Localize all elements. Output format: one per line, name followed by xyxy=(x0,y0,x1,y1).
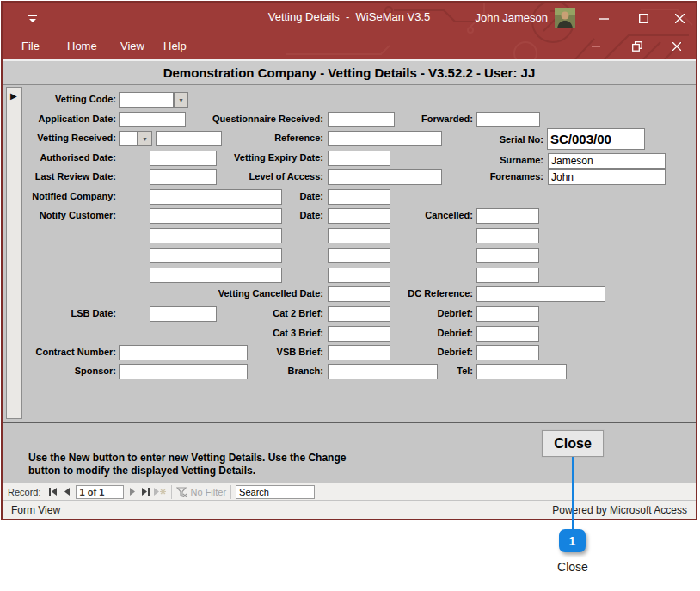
record-position-box[interactable]: 1 of 1 xyxy=(76,485,124,499)
sponsor-label: Sponsor: xyxy=(15,366,116,376)
no-filter-button[interactable]: No Filter xyxy=(176,487,227,497)
separator xyxy=(171,485,172,499)
lsb-date-label: LSB Date: xyxy=(15,308,116,318)
reference-input[interactable] xyxy=(328,131,442,146)
previous-record-button[interactable] xyxy=(60,485,74,499)
vetting-code-dropdown-button[interactable]: ▾ xyxy=(174,92,188,108)
serial-no-input[interactable] xyxy=(547,128,645,150)
surname-input[interactable] xyxy=(548,153,666,169)
first-record-button[interactable] xyxy=(46,485,60,499)
minimize-icon xyxy=(599,14,609,23)
cancelled-label: Cancelled: xyxy=(372,210,473,220)
cat3-brief-label: Cat 3 Brief: xyxy=(196,328,323,338)
contract-number-label: Contract Number: xyxy=(15,347,116,357)
forwarded-label: Forwarded: xyxy=(372,114,473,124)
vetting-received-dropdown-button[interactable]: ▾ xyxy=(138,131,152,146)
instructions-line-2: button to modify the displayed Vetting D… xyxy=(28,465,346,477)
vetting-expiry-date-input[interactable] xyxy=(328,151,390,166)
menu-home[interactable]: Home xyxy=(67,40,97,52)
debrief-input-2[interactable] xyxy=(476,326,539,342)
vetting-received-label: Vetting Received: xyxy=(15,132,116,143)
cancelled-input-2[interactable] xyxy=(476,228,539,243)
status-bar: Form View Powered by Microsoft Access xyxy=(3,500,696,519)
last-record-button[interactable] xyxy=(139,485,153,499)
cat2-brief-label: Cat 2 Brief: xyxy=(196,308,323,318)
window-title: Vetting Details - WiSeMan V3.5 xyxy=(268,10,431,23)
debrief-label-1: Debrief: xyxy=(372,308,473,318)
record-label: Record: xyxy=(8,487,41,497)
user-name-text: John Jameson xyxy=(475,11,548,24)
serial-no-label: Serial No: xyxy=(428,134,543,145)
next-record-button[interactable] xyxy=(126,485,139,499)
title-bar: Vetting Details - WiSeMan V3.5 John Jame… xyxy=(3,3,696,34)
notify-customer-label: Notify Customer: xyxy=(15,210,116,220)
vetting-received-select[interactable] xyxy=(119,131,138,146)
tel-label: Tel: xyxy=(372,366,473,376)
maximize-icon xyxy=(639,14,648,23)
menu-file[interactable]: File xyxy=(21,40,40,52)
menu-view[interactable]: View xyxy=(120,40,144,52)
cancelled-input-3[interactable] xyxy=(476,248,539,263)
level-of-access-label: Level of Access: xyxy=(196,171,323,182)
filter-icon xyxy=(176,487,187,497)
user-avatar[interactable] xyxy=(555,8,575,28)
close-window-button[interactable] xyxy=(670,9,689,27)
new-record-icon xyxy=(153,488,166,496)
debrief-label-2: Debrief: xyxy=(372,328,473,338)
maximize-button[interactable] xyxy=(634,9,653,27)
form-title: Demonstration Company - Vetting Details … xyxy=(163,65,536,80)
notify-customer-input-4[interactable] xyxy=(150,268,282,283)
vsb-brief-label: VSB Brief: xyxy=(196,347,323,357)
quick-access-toolbar-icon[interactable] xyxy=(28,12,38,22)
form-header: Demonstration Company - Vetting Details … xyxy=(3,59,696,85)
debrief-input-1[interactable] xyxy=(476,306,539,322)
cancelled-input-4[interactable] xyxy=(476,268,539,283)
notify-customer-input-2[interactable] xyxy=(150,228,282,243)
cancelled-input-1[interactable] xyxy=(476,208,539,224)
notify-date-input-2[interactable] xyxy=(328,228,390,243)
next-record-icon xyxy=(129,488,136,496)
notify-date-input-3[interactable] xyxy=(328,248,390,263)
dc-reference-label: DC Reference: xyxy=(372,288,473,299)
callout-number-badge: 1 xyxy=(559,529,586,552)
application-date-input[interactable] xyxy=(119,112,186,127)
minimize-child-button[interactable] xyxy=(587,39,605,54)
screenshot-page: Vetting Details - WiSeMan V3.5 John Jame… xyxy=(0,0,700,591)
forenames-input[interactable] xyxy=(548,169,666,185)
debrief-label-3: Debrief: xyxy=(372,347,473,357)
debrief-input-3[interactable] xyxy=(476,345,539,360)
record-navigation-bar: Record: 1 of 1 xyxy=(3,483,696,500)
avatar-photo xyxy=(555,8,575,28)
notify-date-label: Date: xyxy=(196,210,323,220)
vetting-cancelled-date-label: Vetting Cancelled Date: xyxy=(196,288,323,299)
notified-company-label: Notified Company: xyxy=(15,191,116,201)
restore-child-button[interactable] xyxy=(629,39,646,54)
close-button[interactable]: Close xyxy=(542,430,604,457)
form-instructions: Use the New button to enter new Vetting … xyxy=(28,452,346,477)
close-icon xyxy=(672,42,681,51)
menu-bar: File Home View Help xyxy=(3,34,696,59)
window-chrome: Vetting Details - WiSeMan V3.5 John Jame… xyxy=(3,3,696,59)
search-input[interactable] xyxy=(236,485,315,499)
notify-date-input-4[interactable] xyxy=(328,268,390,283)
branch-label: Branch: xyxy=(196,366,323,376)
last-record-icon xyxy=(141,488,150,496)
level-of-access-input[interactable] xyxy=(328,169,442,185)
minimize-icon xyxy=(592,42,600,51)
notify-customer-input-3[interactable] xyxy=(150,248,282,263)
menu-help[interactable]: Help xyxy=(163,40,187,52)
previous-record-icon xyxy=(64,488,71,496)
authorised-date-label: Authorised Date: xyxy=(15,152,116,163)
restore-icon xyxy=(632,41,642,52)
minimize-button[interactable] xyxy=(594,9,613,27)
new-record-button[interactable] xyxy=(153,485,167,499)
forwarded-input[interactable] xyxy=(476,112,540,127)
tel-input[interactable] xyxy=(476,364,567,379)
callout-label: Close xyxy=(538,560,607,574)
notified-company-date-input[interactable] xyxy=(328,189,390,205)
close-child-button[interactable] xyxy=(668,39,685,54)
customize-toolbar-icon xyxy=(28,14,38,24)
dc-reference-input[interactable] xyxy=(476,286,605,302)
vetting-code-input[interactable] xyxy=(119,92,174,108)
instructions-line-1: Use the New button to enter new Vetting … xyxy=(28,452,346,465)
